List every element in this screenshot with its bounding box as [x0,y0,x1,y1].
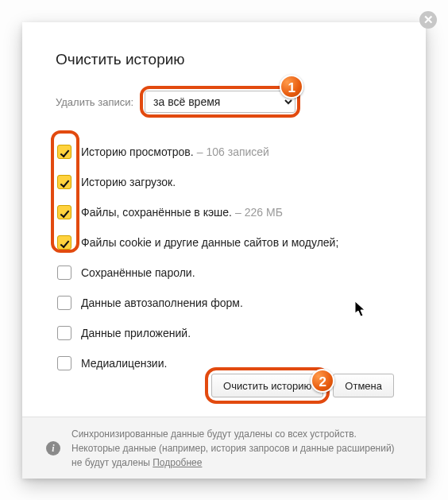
option-label: Историю загрузок. [81,176,176,188]
learn-more-link[interactable]: Подробнее [153,457,202,468]
options-list: Историю просмотров.–106 записей Историю … [57,137,394,378]
option-extra: 106 записей [206,145,268,158]
option-row: Данные приложений. [57,318,394,348]
option-row: Файлы, сохранённые в кэше.–226 МБ [57,197,394,227]
option-row: Данные автозаполнения форм. [57,288,394,318]
option-extra: 226 МБ [245,206,283,219]
option-label: Файлы, сохранённые в кэше. [81,206,232,219]
option-label: Данные приложений. [81,327,191,339]
close-icon[interactable]: ✕ [419,11,437,29]
checkbox-download-history[interactable] [57,175,71,189]
range-label: Удалить записи: [56,96,133,108]
checkbox-app-data[interactable] [57,326,71,340]
clear-history-dialog: ✕ Очистить историю Удалить записи: 1 за … [22,22,426,479]
option-row: Файлы cookie и другие данные сайтов и мо… [57,227,394,258]
option-label: Файлы cookie и другие данные сайтов и мо… [81,236,338,249]
checkbox-browsing-history[interactable] [57,145,71,159]
info-icon: i [46,441,60,455]
cancel-button[interactable]: Отмена [333,374,394,397]
option-label: Историю просмотров. [81,145,194,158]
footer-text: Синхронизированные данные будут удалены … [71,428,395,468]
option-row: Сохранённые пароли. [57,258,394,288]
option-label: Сохранённые пароли. [81,266,195,279]
footer-note: i Синхронизированные данные будут удален… [22,417,426,479]
checkbox-autofill[interactable] [57,296,71,310]
dialog-title: Очистить историю [56,51,394,68]
annotation-badge-1: 1 [280,75,303,99]
option-row: Историю загрузок. [57,167,394,197]
time-range-select[interactable]: за всё время [145,91,295,113]
checkbox-media-licenses[interactable] [57,356,71,370]
option-label: Данные автозаполнения форм. [81,297,243,309]
annotation-badge-2: 2 [311,369,334,393]
checkbox-passwords[interactable] [57,266,71,280]
clear-history-button[interactable]: Очистить историю [211,374,323,397]
option-label: Медиалицензии. [81,357,167,370]
checkbox-cache[interactable] [57,205,71,219]
option-row: Историю просмотров.–106 записей [57,137,394,167]
checkbox-cookies[interactable] [57,235,71,250]
